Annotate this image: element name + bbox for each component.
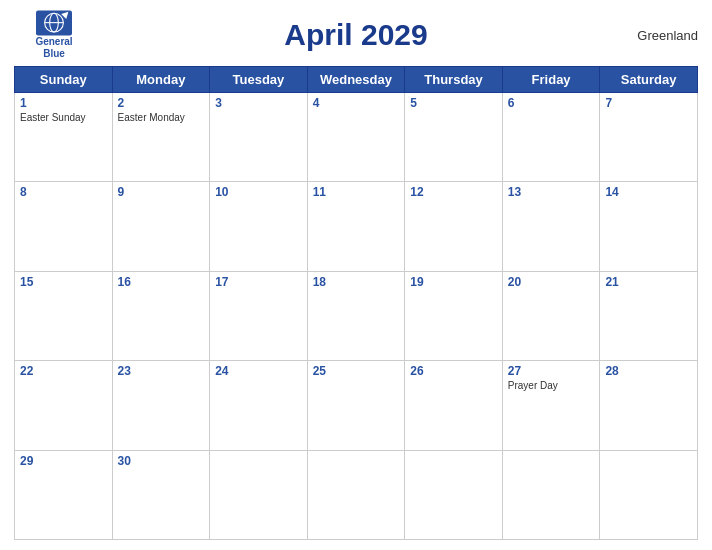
- calendar-cell: 12: [405, 182, 503, 271]
- day-number: 19: [410, 275, 497, 289]
- day-number: 4: [313, 96, 400, 110]
- day-number: 17: [215, 275, 302, 289]
- calendar-cell: [600, 450, 698, 539]
- calendar-cell: 22: [15, 361, 113, 450]
- day-number: 10: [215, 185, 302, 199]
- day-number: 8: [20, 185, 107, 199]
- calendar-cell: 17: [210, 271, 308, 360]
- calendar-cell: 13: [502, 182, 600, 271]
- day-number: 30: [118, 454, 205, 468]
- day-number: 28: [605, 364, 692, 378]
- week-row-4: 222324252627Prayer Day28: [15, 361, 698, 450]
- calendar-cell: [502, 450, 600, 539]
- day-number: 20: [508, 275, 595, 289]
- calendar-cell: 30: [112, 450, 210, 539]
- calendar-cell: 8: [15, 182, 113, 271]
- day-number: 2: [118, 96, 205, 110]
- day-number: 23: [118, 364, 205, 378]
- calendar-cell: 20: [502, 271, 600, 360]
- calendar-table: Sunday Monday Tuesday Wednesday Thursday…: [14, 66, 698, 540]
- calendar-cell: 4: [307, 93, 405, 182]
- day-number: 21: [605, 275, 692, 289]
- calendar-cell: [307, 450, 405, 539]
- calendar-cell: 15: [15, 271, 113, 360]
- calendar-cell: [405, 450, 503, 539]
- week-row-5: 2930: [15, 450, 698, 539]
- week-row-1: 1Easter Sunday2Easter Monday34567: [15, 93, 698, 182]
- day-number: 5: [410, 96, 497, 110]
- calendar-cell: 26: [405, 361, 503, 450]
- calendar-cell: 3: [210, 93, 308, 182]
- day-number: 7: [605, 96, 692, 110]
- week-row-3: 15161718192021: [15, 271, 698, 360]
- calendar-cell: 16: [112, 271, 210, 360]
- day-event: Easter Monday: [118, 112, 205, 123]
- calendar-cell: 11: [307, 182, 405, 271]
- general-blue-logo-icon: [36, 10, 72, 36]
- region-label: Greenland: [618, 28, 698, 43]
- day-number: 18: [313, 275, 400, 289]
- day-number: 24: [215, 364, 302, 378]
- calendar-cell: 23: [112, 361, 210, 450]
- day-number: 29: [20, 454, 107, 468]
- day-number: 9: [118, 185, 205, 199]
- calendar-cell: 6: [502, 93, 600, 182]
- day-number: 25: [313, 364, 400, 378]
- header-monday: Monday: [112, 67, 210, 93]
- day-number: 13: [508, 185, 595, 199]
- calendar-cell: 18: [307, 271, 405, 360]
- calendar-cell: 24: [210, 361, 308, 450]
- day-number: 22: [20, 364, 107, 378]
- header-sunday: Sunday: [15, 67, 113, 93]
- calendar-cell: 27Prayer Day: [502, 361, 600, 450]
- header-saturday: Saturday: [600, 67, 698, 93]
- day-number: 26: [410, 364, 497, 378]
- day-number: 3: [215, 96, 302, 110]
- header: General Blue April 2029 Greenland: [14, 10, 698, 60]
- day-event: Easter Sunday: [20, 112, 107, 123]
- calendar-cell: 25: [307, 361, 405, 450]
- calendar-cell: 5: [405, 93, 503, 182]
- calendar-cell: 19: [405, 271, 503, 360]
- day-number: 16: [118, 275, 205, 289]
- calendar-cell: 14: [600, 182, 698, 271]
- day-number: 15: [20, 275, 107, 289]
- header-wednesday: Wednesday: [307, 67, 405, 93]
- day-number: 12: [410, 185, 497, 199]
- day-number: 14: [605, 185, 692, 199]
- calendar-page: General Blue April 2029 Greenland Sunday…: [0, 0, 712, 550]
- calendar-cell: 2Easter Monday: [112, 93, 210, 182]
- day-number: 11: [313, 185, 400, 199]
- header-thursday: Thursday: [405, 67, 503, 93]
- header-friday: Friday: [502, 67, 600, 93]
- day-number: 1: [20, 96, 107, 110]
- calendar-cell: 28: [600, 361, 698, 450]
- calendar-title: April 2029: [94, 18, 618, 52]
- calendar-cell: [210, 450, 308, 539]
- day-event: Prayer Day: [508, 380, 595, 391]
- day-number: 27: [508, 364, 595, 378]
- calendar-cell: 10: [210, 182, 308, 271]
- weekday-header-row: Sunday Monday Tuesday Wednesday Thursday…: [15, 67, 698, 93]
- calendar-cell: 29: [15, 450, 113, 539]
- calendar-cell: 7: [600, 93, 698, 182]
- calendar-cell: 21: [600, 271, 698, 360]
- header-tuesday: Tuesday: [210, 67, 308, 93]
- logo-line1: General: [35, 36, 72, 47]
- calendar-cell: 1Easter Sunday: [15, 93, 113, 182]
- logo-area: General Blue: [14, 10, 94, 60]
- week-row-2: 891011121314: [15, 182, 698, 271]
- calendar-cell: 9: [112, 182, 210, 271]
- logo-line2: Blue: [43, 48, 65, 59]
- day-number: 6: [508, 96, 595, 110]
